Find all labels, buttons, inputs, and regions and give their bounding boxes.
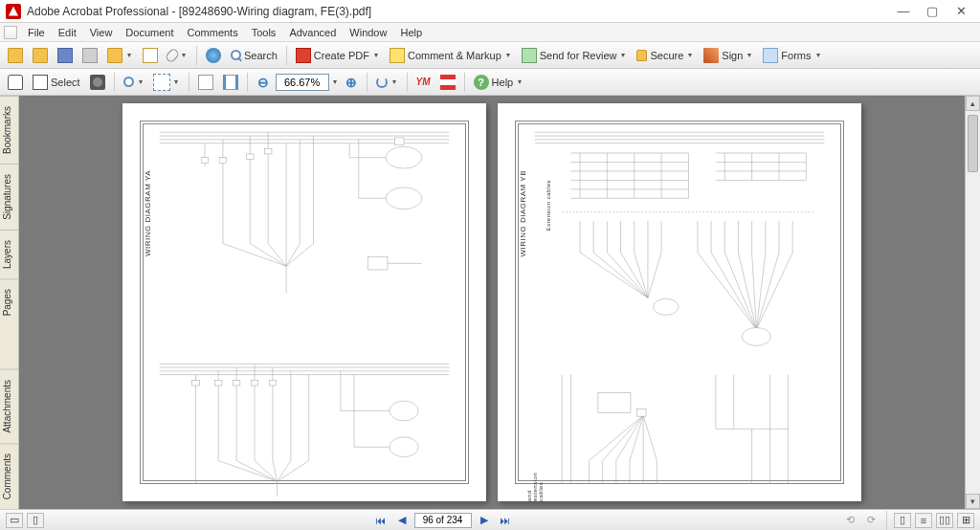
menu-window[interactable]: Window — [343, 25, 393, 40]
create-pdf-label: Create PDF — [314, 50, 369, 61]
forms-button[interactable]: Forms▾ — [759, 45, 825, 66]
envelope-icon — [143, 48, 158, 63]
scroll-up-button[interactable]: ▴ — [966, 96, 980, 111]
chevron-down-icon: ▾ — [180, 51, 188, 59]
scroll-down-button[interactable]: ▾ — [966, 494, 980, 509]
actual-size-button[interactable] — [194, 72, 217, 93]
zoom-input[interactable] — [276, 74, 329, 91]
camera-icon — [90, 75, 105, 90]
tab-bookmarks[interactable]: Bookmarks — [0, 96, 18, 164]
snapshot-tool-button[interactable] — [86, 72, 109, 93]
go-back-button[interactable]: ⟲ — [841, 513, 858, 528]
svg-rect-45 — [233, 380, 240, 386]
next-page-button[interactable]: ▶ — [476, 513, 493, 528]
svg-rect-42 — [264, 148, 272, 154]
close-button[interactable]: ✕ — [947, 2, 974, 21]
comment-markup-button[interactable]: Comment & Markup▾ — [386, 45, 516, 66]
search-button[interactable]: Search — [227, 45, 281, 66]
open-web-button[interactable] — [29, 45, 52, 66]
tab-signatures[interactable]: Signatures — [0, 164, 18, 230]
previous-page-button[interactable]: ◀ — [393, 513, 411, 528]
menu-help[interactable]: Help — [393, 25, 429, 40]
help-button[interactable]: ?Help▾ — [470, 72, 528, 93]
email-button[interactable] — [139, 45, 162, 66]
menu-view[interactable]: View — [83, 25, 120, 40]
layout-single-button[interactable]: ▯ — [894, 513, 911, 528]
menu-advanced[interactable]: Advanced — [282, 25, 343, 40]
workspace: Bookmarks Signatures Layers Pages Attach… — [0, 96, 980, 509]
select-label: Select — [51, 77, 80, 88]
separator — [247, 73, 248, 92]
svg-rect-44 — [214, 380, 222, 386]
marquee-zoom-button[interactable]: ▾ — [150, 72, 184, 93]
fit-width-icon — [223, 75, 238, 90]
select-tool-button[interactable]: Select — [29, 72, 84, 93]
open-button[interactable] — [4, 45, 27, 66]
layout-facing-button[interactable]: ▯▯ — [936, 513, 953, 528]
svg-rect-47 — [269, 380, 277, 386]
menu-edit[interactable]: Edit — [52, 25, 83, 40]
comment-markup-label: Comment & Markup — [408, 50, 501, 61]
pdf-icon — [296, 48, 311, 63]
tab-pages[interactable]: Pages — [0, 278, 18, 325]
envelope-arrow-icon — [522, 48, 537, 63]
organizer-button[interactable]: ▾ — [103, 45, 137, 66]
save-button[interactable] — [54, 45, 77, 66]
pdf-page-right: WIRING DIAGRAM YB Extension cables and e… — [498, 103, 861, 501]
layout-continuous-button[interactable]: ≡ — [915, 513, 932, 528]
web-button[interactable] — [202, 45, 225, 66]
zoom-out-button[interactable]: ⊖ — [253, 72, 274, 93]
sign-label: Sign — [722, 50, 743, 61]
minimize-button[interactable]: — — [890, 2, 917, 21]
document-pane: WIRING DIAGRAM YA — [19, 96, 980, 509]
menu-bar: File Edit View Document Comments Tools A… — [0, 23, 980, 42]
forms-icon — [763, 48, 778, 63]
page-icon — [198, 75, 213, 90]
menu-tools[interactable]: Tools — [245, 25, 283, 40]
chevron-down-icon[interactable]: ▾ — [331, 77, 339, 86]
acrobat-logo-icon — [6, 4, 21, 19]
tab-attachments[interactable]: Attachments — [0, 369, 18, 443]
attach-button[interactable]: ▾ — [164, 45, 191, 66]
layout-continuous-facing-button[interactable]: ⊞ — [957, 513, 974, 528]
go-forward-button[interactable]: ⟳ — [862, 513, 880, 528]
vertical-scrollbar[interactable]: ▴ ▾ — [965, 96, 980, 509]
secure-button[interactable]: Secure▾ — [633, 45, 698, 66]
zoom-in-button[interactable]: ⊕ — [341, 72, 362, 93]
fit-width-button[interactable] — [219, 72, 242, 93]
window-controls: — ▢ ✕ — [890, 2, 974, 21]
window-title: Adobe Acrobat Professional - [89248690-W… — [27, 5, 890, 18]
create-pdf-button[interactable]: Create PDF▾ — [292, 45, 384, 66]
first-page-button[interactable]: ⏮ — [372, 513, 390, 528]
rotate-button[interactable]: ▾ — [372, 72, 402, 93]
menu-comments[interactable]: Comments — [181, 25, 245, 40]
document-viewport[interactable]: WIRING DIAGRAM YA — [19, 96, 965, 509]
continuous-view-button[interactable]: ▯ — [27, 513, 44, 528]
minus-icon: ⊖ — [257, 75, 269, 90]
menu-file[interactable]: File — [21, 25, 52, 40]
maximize-button[interactable]: ▢ — [919, 2, 946, 21]
print-button[interactable] — [78, 45, 101, 66]
separator — [114, 73, 115, 92]
ym-flag-button[interactable] — [436, 72, 459, 93]
scroll-thumb[interactable] — [968, 115, 978, 172]
menu-document[interactable]: Document — [119, 25, 180, 40]
separator — [196, 46, 197, 65]
last-page-button[interactable]: ⏭ — [497, 513, 514, 528]
secure-label: Secure — [650, 50, 683, 61]
single-page-view-button[interactable]: ▭ — [6, 513, 23, 528]
rotate-icon — [376, 77, 388, 88]
svg-point-33 — [390, 401, 418, 421]
hand-icon — [8, 75, 23, 90]
hand-tool-button[interactable] — [4, 72, 27, 93]
tab-comments[interactable]: Comments — [0, 443, 18, 509]
ym-button[interactable]: YM — [412, 72, 434, 93]
tab-layers[interactable]: Layers — [0, 230, 18, 278]
chevron-down-icon: ▾ — [814, 51, 822, 59]
send-review-button[interactable]: Send for Review▾ — [518, 45, 632, 66]
page-number-input[interactable] — [414, 513, 472, 528]
zoom-in-tool-button[interactable]: ▾ — [120, 72, 148, 93]
wiring-diagram-right — [498, 103, 861, 501]
svg-rect-19 — [368, 257, 388, 270]
sign-button[interactable]: Sign▾ — [700, 45, 757, 66]
